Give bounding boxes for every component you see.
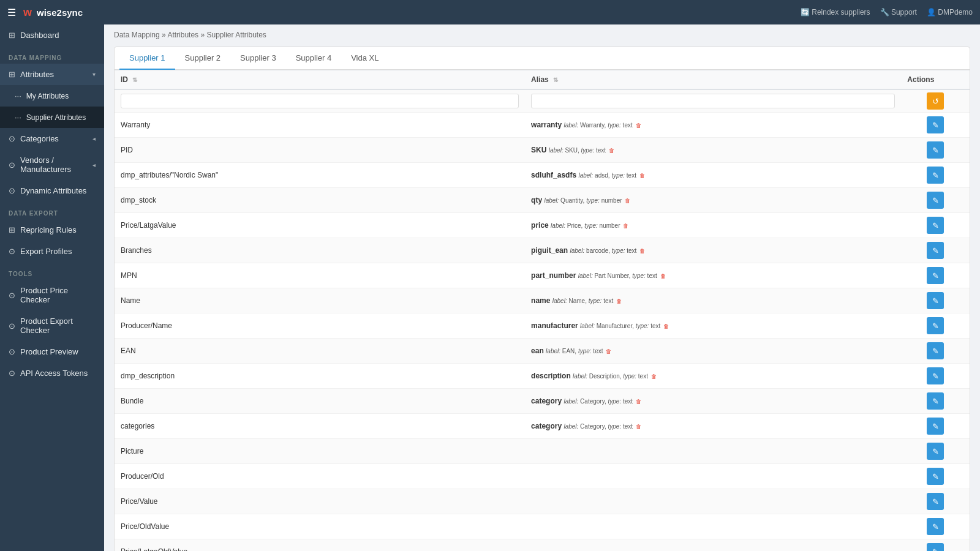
chevron-down-icon: ▾	[92, 71, 96, 78]
delete-alias-icon[interactable]: 🗑	[616, 298, 622, 304]
edit-button[interactable]: ✎	[927, 518, 944, 535]
delete-alias-icon[interactable]: 🗑	[625, 198, 630, 204]
main-content: Data Mapping » Attributes » Supplier Att…	[104, 24, 980, 551]
repricing-icon: ⊞	[9, 225, 15, 234]
hamburger-icon[interactable]: ☰	[7, 7, 16, 18]
delete-alias-icon[interactable]: 🗑	[623, 223, 628, 229]
edit-button[interactable]: ✎	[927, 267, 944, 284]
alias-main-name: category	[531, 397, 564, 405]
sidebar-item-export-checker[interactable]: ⊙ Product Export Checker	[0, 310, 104, 341]
delete-alias-icon[interactable]: 🗑	[651, 373, 657, 380]
sidebar-section-tools: TOOLS	[0, 262, 104, 280]
navbar: ☰ w wise2sync 🔄 Reindex suppliers 🔧 Supp…	[0, 0, 980, 24]
delete-alias-icon[interactable]: 🗑	[636, 399, 641, 405]
edit-button[interactable]: ✎	[927, 292, 944, 309]
breadcrumb-attributes[interactable]: Attributes	[167, 31, 198, 39]
delete-alias-icon[interactable]: 🗑	[606, 348, 611, 354]
edit-button[interactable]: ✎	[927, 192, 944, 209]
edit-button[interactable]: ✎	[927, 543, 944, 551]
brand: w wise2sync	[23, 6, 83, 19]
table-row: Producer/Old✎	[115, 464, 970, 489]
delete-alias-icon[interactable]: 🗑	[660, 273, 666, 279]
tab-supplier-3[interactable]: Supplier 3	[230, 47, 286, 70]
alias-main-name: manufacturer	[531, 321, 580, 330]
edit-button[interactable]: ✎	[927, 367, 944, 384]
table-cell-actions: ✎	[901, 339, 970, 364]
table-row: Branchespiguit_ean label: barcode, type:…	[115, 238, 970, 263]
col-header-id: ID ⇅	[115, 70, 525, 90]
alias-main-name: price	[531, 221, 551, 230]
table-row: Price/OldValue✎	[115, 514, 970, 539]
edit-button[interactable]: ✎	[927, 493, 944, 510]
support-link[interactable]: 🔧 Support	[880, 8, 917, 17]
alias-meta: label: Quantity, type: number 🗑	[544, 197, 630, 204]
table-wrapper: ID ⇅ Alias ⇅ Actions	[115, 70, 970, 551]
table-cell-actions: ✎	[901, 489, 970, 514]
filter-id-input[interactable]	[121, 94, 519, 108]
edit-button[interactable]: ✎	[927, 342, 944, 359]
table-cell-alias: manufacturer label: Manufacturer, type: …	[525, 313, 901, 339]
sidebar-item-supplier-attributes[interactable]: ··· Supplier Attributes	[0, 107, 104, 128]
edit-button[interactable]: ✎	[927, 217, 944, 234]
table-cell-actions: ✎	[901, 364, 970, 389]
sidebar-item-vendors[interactable]: ⊙ Vendors / Manufacturers ◂	[0, 149, 104, 180]
refresh-button[interactable]: ↺	[927, 92, 944, 110]
tab-supplier-1[interactable]: Supplier 1	[119, 47, 175, 70]
sidebar-item-product-preview[interactable]: ⊙ Product Preview	[0, 341, 104, 362]
table-cell-id: dmp_attributes/"Nordic Swan"	[115, 163, 525, 188]
table-row: MPNpart_number label: Part Number, type:…	[115, 263, 970, 288]
alias-meta: label: Price, type: number 🗑	[551, 222, 628, 229]
table-cell-alias	[525, 539, 901, 552]
table-cell-actions: ✎	[901, 113, 970, 138]
table-cell-id: dmp_description	[115, 364, 525, 389]
user-menu[interactable]: 👤 DMPdemo	[927, 8, 973, 17]
edit-button[interactable]: ✎	[927, 443, 944, 460]
edit-button[interactable]: ✎	[927, 116, 944, 133]
tab-supplier-2[interactable]: Supplier 2	[175, 47, 231, 70]
table-cell-id: Warranty	[115, 113, 525, 138]
delete-alias-icon[interactable]: 🗑	[609, 148, 614, 154]
sidebar-item-categories[interactable]: ⊙ Categories ◂	[0, 128, 104, 149]
delete-alias-icon[interactable]: 🗑	[636, 424, 641, 430]
table-cell-id: Price/LatgaOldValue	[115, 539, 525, 552]
main-card: Supplier 1 Supplier 2 Supplier 3 Supplie…	[114, 47, 970, 551]
sidebar-item-dynamic-attributes[interactable]: ⊙ Dynamic Attributes	[0, 180, 104, 201]
delete-alias-icon[interactable]: 🗑	[639, 173, 645, 179]
table-cell-alias: ean label: EAN, type: text 🗑	[525, 339, 901, 364]
edit-button[interactable]: ✎	[927, 242, 944, 259]
sidebar-item-label: Attributes	[20, 70, 54, 79]
edit-button[interactable]: ✎	[927, 392, 944, 410]
tab-supplier-4[interactable]: Supplier 4	[286, 47, 342, 70]
edit-button[interactable]: ✎	[927, 141, 944, 159]
breadcrumb-data-mapping[interactable]: Data Mapping	[114, 31, 160, 39]
delete-alias-icon[interactable]: 🗑	[636, 122, 641, 129]
table-row: Picture✎	[115, 439, 970, 464]
table-row: EANean label: EAN, type: text 🗑✎	[115, 339, 970, 364]
sort-id-icon[interactable]: ⇅	[132, 77, 137, 83]
sidebar-item-price-checker[interactable]: ⊙ Product Price Checker	[0, 280, 104, 310]
delete-alias-icon[interactable]: 🗑	[639, 248, 645, 254]
alias-main-name: ean	[531, 347, 546, 355]
delete-alias-icon[interactable]: 🗑	[663, 323, 669, 329]
edit-button[interactable]: ✎	[927, 418, 944, 435]
sidebar-item-label: Vendors / Manufacturers	[20, 156, 88, 174]
export-checker-icon: ⊙	[9, 321, 15, 331]
sidebar-item-my-attributes[interactable]: ··· My Attributes	[0, 85, 104, 107]
sidebar-item-export-profiles[interactable]: ⊙ Export Profiles	[0, 241, 104, 262]
sidebar-item-attributes[interactable]: ⊞ Attributes ▾	[0, 64, 104, 85]
edit-button[interactable]: ✎	[927, 167, 944, 184]
logo-text: wise2sync	[37, 7, 83, 18]
table-cell-alias	[525, 464, 901, 489]
sidebar-item-repricing-rules[interactable]: ⊞ Repricing Rules	[0, 219, 104, 241]
tab-vida-xl[interactable]: Vida XL	[341, 47, 388, 70]
sidebar: ⊞ Dashboard DATA MAPPING ⊞ Attributes ▾ …	[0, 24, 104, 551]
reindex-suppliers-link[interactable]: 🔄 Reindex suppliers	[801, 8, 870, 17]
sidebar-item-api-tokens[interactable]: ⊙ API Access Tokens	[0, 362, 104, 384]
table-cell-actions: ✎	[901, 313, 970, 339]
sidebar-item-dashboard[interactable]: ⊞ Dashboard	[0, 24, 104, 46]
table-cell-id: Bundle	[115, 389, 525, 414]
sort-alias-icon[interactable]: ⇅	[553, 77, 558, 83]
filter-alias-input[interactable]	[531, 94, 895, 108]
edit-button[interactable]: ✎	[927, 317, 944, 334]
edit-button[interactable]: ✎	[927, 468, 944, 485]
